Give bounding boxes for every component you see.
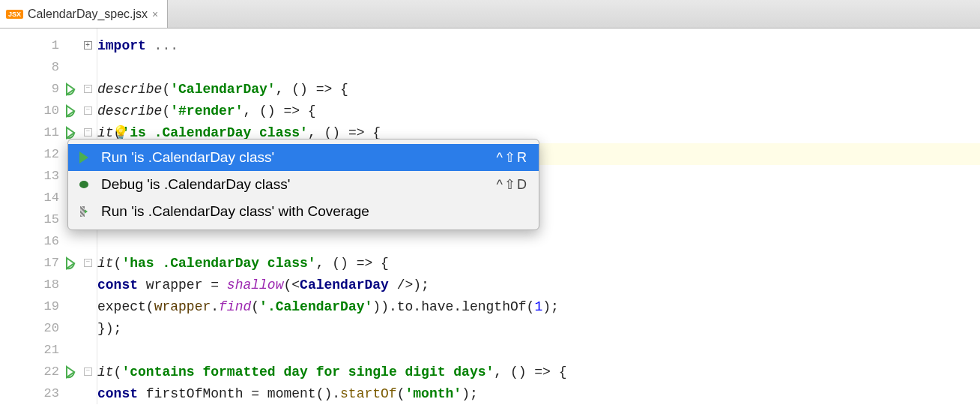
code-token: '.CalendarDay' [259, 299, 372, 314]
menu-label: Run 'is .CalendarDay class' [101, 149, 488, 166]
code-token: find [219, 299, 251, 314]
code-token: }); [97, 321, 121, 336]
code-token: import [97, 38, 146, 53]
run-gutter-icon[interactable] [64, 104, 77, 118]
code-token: '#render' [170, 104, 243, 118]
code-token: ); [462, 386, 478, 401]
code-token: . [211, 299, 219, 314]
code-token: startOf [340, 386, 397, 401]
line-number: 22 [37, 364, 59, 379]
code-token: expect( [97, 299, 154, 314]
code-token: ( [397, 386, 405, 401]
menu-shortcut: ^⇧R [497, 149, 528, 166]
code-token: shallow [227, 278, 284, 292]
line-number: 1 [37, 38, 59, 52]
line-number: 19 [37, 299, 59, 314]
code-token: 1 [534, 299, 542, 314]
code-token: CalendarDay [300, 278, 389, 292]
code-token: 'month' [405, 386, 462, 401]
code-token: , () => { [494, 364, 566, 380]
code-token: ( [114, 256, 122, 271]
fold-collapse-icon[interactable]: − [84, 368, 92, 376]
menu-run-coverage[interactable]: Run 'is .CalendarDay class' with Coverag… [68, 198, 539, 225]
menu-debug-test[interactable]: Debug 'is .CalendarDay class' ^⇧D [68, 171, 539, 198]
code-token: 'CalendarDay' [170, 82, 275, 97]
tab-bar: JSX CalendarDay_spec.jsx × [0, 0, 980, 28]
fold-collapse-icon[interactable]: − [84, 259, 92, 267]
menu-shortcut: ^⇧D [497, 176, 528, 193]
line-number: 10 [37, 104, 59, 118]
run-gutter-icon[interactable] [64, 256, 77, 270]
code-token: describe [97, 82, 162, 97]
code-token: , () => { [316, 256, 389, 271]
code-token: , () => { [308, 125, 381, 140]
menu-label: Run 'is .CalendarDay class' with Coverag… [101, 203, 528, 220]
line-number: 23 [37, 386, 59, 400]
run-gutter-icon[interactable] [64, 365, 77, 379]
code-token: wrapper [154, 299, 211, 314]
code-token: const [97, 386, 138, 401]
code-token: describe [97, 104, 162, 118]
jsx-file-icon: JSX [6, 10, 23, 19]
menu-label: Debug 'is .CalendarDay class' [101, 176, 488, 193]
code-token: moment [267, 386, 316, 401]
code-token: 'contains formatted day for single digit… [121, 364, 494, 380]
line-number: 14 [37, 190, 59, 205]
code-token: ); [542, 299, 559, 314]
code-token: wrapper = [138, 278, 227, 292]
code-token: />); [389, 278, 429, 292]
code-token: ( [162, 104, 170, 118]
code-token: it [97, 364, 114, 380]
run-gutter-icon[interactable] [64, 126, 77, 140]
fold-expand-icon[interactable]: + [84, 41, 92, 50]
code-token: , () => { [243, 104, 315, 118]
line-number: 8 [37, 60, 59, 74]
bug-icon [76, 178, 92, 190]
folded-placeholder[interactable]: ... [146, 38, 178, 53]
fold-collapse-icon[interactable]: − [84, 85, 92, 93]
line-number: 18 [37, 278, 59, 292]
line-number: 15 [37, 212, 59, 226]
code-token: )).to.have.lengthOf( [372, 299, 534, 314]
fold-collapse-icon[interactable]: − [84, 128, 92, 136]
code-token: 'is .CalendarDay class' [121, 125, 307, 140]
code-token: it [97, 256, 114, 271]
code-token: ( [162, 82, 170, 97]
run-context-menu: Run 'is .CalendarDay class' ^⇧R Debug 'i… [67, 139, 539, 230]
run-icon [76, 152, 92, 164]
code-token: (). [316, 386, 340, 401]
code-token: firstOfMonth = [138, 386, 267, 401]
line-number: 9 [37, 82, 59, 96]
line-number: 16 [37, 234, 59, 248]
menu-run-test[interactable]: Run 'is .CalendarDay class' ^⇧R [68, 144, 539, 171]
line-number: 17 [37, 256, 59, 270]
coverage-icon [76, 206, 92, 217]
line-number: 21 [37, 343, 59, 357]
run-gutter-icon[interactable] [64, 82, 77, 96]
fold-collapse-icon[interactable]: − [84, 106, 92, 115]
code-token: 'has .CalendarDay class' [121, 256, 315, 271]
close-icon[interactable]: × [152, 8, 158, 20]
line-number: 11 [37, 125, 59, 140]
line-number: 12 [37, 147, 59, 161]
tab-filename: CalendarDay_spec.jsx [28, 8, 148, 21]
code-token: ( [114, 364, 122, 380]
editor-tab[interactable]: JSX CalendarDay_spec.jsx × [0, 0, 168, 28]
line-number: 13 [37, 169, 59, 183]
code-token: const [97, 278, 138, 292]
line-number: 20 [37, 321, 59, 335]
code-token: (< [283, 278, 300, 292]
code-token: , () => { [276, 82, 348, 97]
code-token: it [97, 125, 114, 140]
code-token: ( [251, 299, 259, 314]
